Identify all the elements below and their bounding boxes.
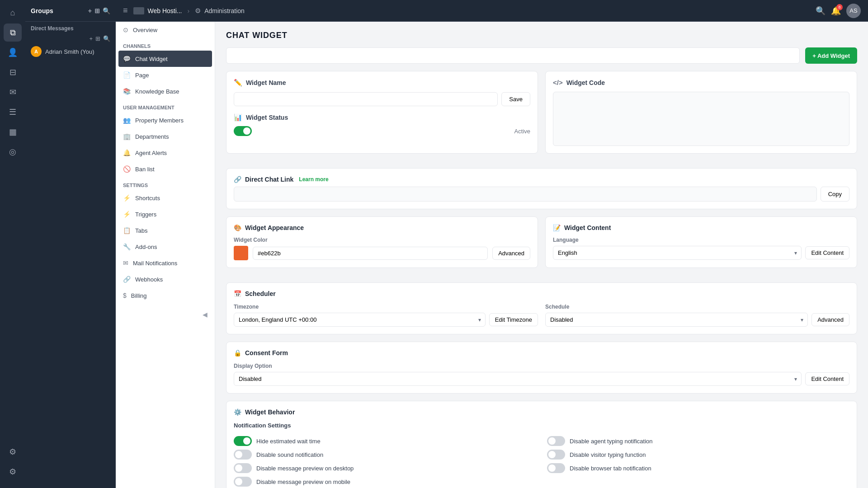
widget-content-card: 📝 Widget Content Language English French… <box>545 216 857 268</box>
dm-user-item[interactable]: A Adrian Smith (You) <box>25 44 116 59</box>
users-nav-icon[interactable]: 👤 <box>4 43 22 61</box>
appearance-advanced-button[interactable]: Advanced <box>492 247 530 260</box>
language-label: Language <box>553 237 849 243</box>
sidebar-item-label: Page <box>135 72 149 79</box>
widget-search-input[interactable] <box>226 47 800 64</box>
sidebar-item-webhooks[interactable]: 🔗 Webhooks <box>116 271 215 287</box>
consent-edit-content-button[interactable]: Edit Content <box>805 372 849 385</box>
agent-typing-toggle[interactable] <box>547 436 565 446</box>
direct-chat-link-input[interactable] <box>234 187 817 202</box>
collapse-sidebar-icon[interactable]: ◀ <box>203 311 208 318</box>
add-widget-button[interactable]: + Add Widget <box>805 47 857 64</box>
sidebar-item-agent-alerts[interactable]: 🔔 Agent Alerts <box>116 145 215 161</box>
sidebar-header: Groups + ⊞ 🔍 <box>25 0 116 22</box>
topbar-brand: Web Hosti... <box>133 7 182 14</box>
widget-name-input[interactable] <box>234 92 498 106</box>
sidebar-item-label: Triggers <box>135 211 156 218</box>
knowledge-base-icon: 📚 <box>123 88 131 95</box>
language-row: English French German Spanish Edit Conte… <box>553 246 849 260</box>
widget-code-card: </> Widget Code <box>545 71 857 154</box>
notif-item-visitor-typing: Disable visitor typing function <box>547 448 849 461</box>
sidebar-item-page[interactable]: 📄 Page <box>116 67 215 83</box>
notification-icon[interactable]: 🔔 8 <box>831 6 841 16</box>
add-icon[interactable]: + <box>88 7 92 14</box>
shortcuts-icon: ⚡ <box>123 194 131 202</box>
widget-status-toggle[interactable] <box>234 126 252 136</box>
consent-row: Disabled Enabled Edit Content <box>234 372 849 386</box>
layout-icon[interactable]: ⊞ <box>94 7 100 14</box>
direct-chat-link-title: Direct Chat Link <box>245 176 293 183</box>
color-hex-input[interactable] <box>253 247 488 260</box>
consent-select[interactable]: Disabled Enabled <box>234 372 802 386</box>
copy-button[interactable]: Copy <box>821 187 849 202</box>
language-select-wrapper: English French German Spanish <box>553 246 802 260</box>
settings-nav-icon[interactable]: ⚙ <box>4 443 22 461</box>
preview-mobile-toggle[interactable] <box>234 477 252 487</box>
list-nav-icon[interactable]: ☰ <box>4 103 22 121</box>
display-option-label: Display Option <box>234 363 849 369</box>
schedule-label: Schedule <box>545 304 849 310</box>
consent-select-wrapper: Disabled Enabled <box>234 372 802 386</box>
link-icon: 🔗 <box>234 176 241 183</box>
timezone-select-row: London, England UTC +00:00 UTC +01:00 UT… <box>234 313 538 327</box>
sidebar-item-departments[interactable]: 🏢 Departments <box>116 128 215 145</box>
widget-name-input-row: Save <box>234 92 530 106</box>
layers-nav-icon[interactable]: ⧉ <box>4 23 22 42</box>
timezone-select-wrapper: London, England UTC +00:00 UTC +01:00 UT… <box>234 313 486 327</box>
scheduler-section: 📅 Scheduler Timezone London, England UTC… <box>226 282 857 334</box>
gear-nav-icon[interactable]: ⚙ <box>4 463 22 481</box>
sidebar-item-overview[interactable]: ⊙ Overview <box>116 22 215 38</box>
sidebar-item-addons[interactable]: 🔧 Add-ons <box>116 239 215 255</box>
dm-add-icon[interactable]: + <box>89 35 93 42</box>
property-members-icon: 👥 <box>123 117 131 124</box>
preview-desktop-toggle[interactable] <box>234 463 252 473</box>
timezone-label: Timezone <box>234 304 538 310</box>
save-button[interactable]: Save <box>501 92 530 106</box>
mail-notifications-icon: ✉ <box>123 259 128 267</box>
sidebar-item-billing[interactable]: $ Billing <box>116 287 215 304</box>
brand-name: Web Hosti... <box>148 7 182 14</box>
sidebar-item-ban-list[interactable]: 🚫 Ban list <box>116 161 215 177</box>
user-management-section-label: User Management <box>116 99 215 112</box>
direct-chat-link-section: 🔗 Direct Chat Link Learn more Copy <box>226 168 857 209</box>
reports-nav-icon[interactable]: ◎ <box>4 143 22 161</box>
timezone-select[interactable]: London, England UTC +00:00 UTC +01:00 UT… <box>234 313 486 327</box>
color-swatch[interactable] <box>234 246 248 260</box>
sidebar-item-triggers[interactable]: ⚡ Triggers <box>116 206 215 222</box>
schedule-advanced-button[interactable]: Advanced <box>811 313 849 326</box>
consent-form-section: 🔒 Consent Form Display Option Disabled E… <box>226 342 857 394</box>
home-nav-icon[interactable]: ⌂ <box>4 4 22 22</box>
sidebar-item-knowledge-base[interactable]: 📚 Knowledge Base <box>116 83 215 99</box>
user-avatar[interactable]: AS <box>846 4 861 18</box>
learn-more-link[interactable]: Learn more <box>299 176 328 183</box>
hide-wait-toggle[interactable] <box>234 436 252 446</box>
addons-icon: 🔧 <box>123 243 131 250</box>
sidebar-item-chat-widget[interactable]: 💬 Chat Widget <box>118 51 212 67</box>
dm-layout-icon[interactable]: ⊞ <box>95 35 100 42</box>
collapse-sidebar-area: ◀ <box>116 304 215 325</box>
sidebar-item-shortcuts[interactable]: ⚡ Shortcuts <box>116 190 215 206</box>
dm-search-icon[interactable]: 🔍 <box>103 35 110 42</box>
filter-nav-icon[interactable]: ⊟ <box>4 63 22 81</box>
browser-tab-toggle[interactable] <box>547 463 565 473</box>
edit-timezone-button[interactable]: Edit Timezone <box>489 313 538 326</box>
notif-item-preview-desktop: Disable message preview on desktop <box>234 461 536 475</box>
edit-icon: ✏️ <box>234 79 242 87</box>
inbox-nav-icon[interactable]: ✉ <box>4 83 22 101</box>
menu-icon[interactable]: ≡ <box>123 6 128 15</box>
search-icon[interactable]: 🔍 <box>103 7 110 14</box>
sidebar-item-tabs[interactable]: 📋 Tabs <box>116 222 215 239</box>
schedule-select[interactable]: Disabled Enabled <box>545 313 808 327</box>
visitor-typing-toggle[interactable] <box>547 450 565 460</box>
chart-nav-icon[interactable]: ▦ <box>4 123 22 141</box>
sound-toggle[interactable] <box>234 450 252 460</box>
language-select[interactable]: English French German Spanish <box>553 246 802 260</box>
sidebar-item-label: Knowledge Base <box>135 88 179 95</box>
sidebar-item-label: Overview <box>133 27 157 33</box>
widget-appearance-card: 🎨 Widget Appearance Widget Color Advance… <box>226 216 538 268</box>
edit-content-button[interactable]: Edit Content <box>805 246 849 259</box>
sidebar-item-mail-notifications[interactable]: ✉ Mail Notifications <box>116 255 215 271</box>
search-button[interactable]: 🔍 <box>816 6 826 16</box>
sidebar-item-property-members[interactable]: 👥 Property Members <box>116 112 215 128</box>
sidebar-item-label: Property Members <box>135 117 184 124</box>
